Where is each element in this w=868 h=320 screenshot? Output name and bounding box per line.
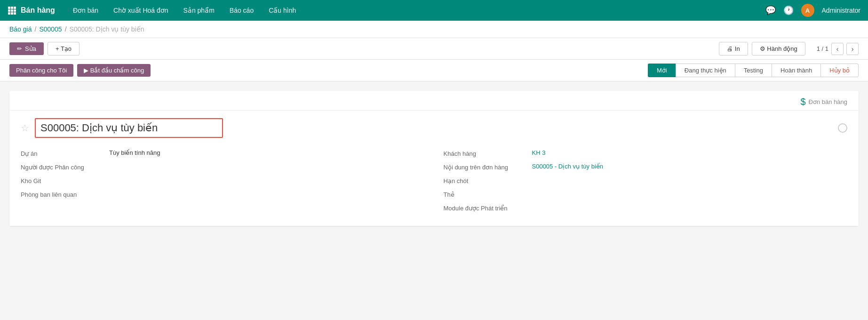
username[interactable]: Administrator bbox=[822, 7, 860, 14]
favorite-star-icon[interactable]: ☆ bbox=[21, 122, 29, 134]
pagination: 1 / 1 ‹ › bbox=[817, 43, 859, 55]
create-button[interactable]: + Tạo bbox=[48, 42, 80, 56]
field-label-department: Phòng ban liên quan bbox=[21, 190, 105, 198]
svg-rect-8 bbox=[14, 12, 16, 15]
menu-item-config[interactable]: Cấu hình bbox=[262, 4, 303, 17]
breadcrumb-part2[interactable]: S00005 bbox=[39, 25, 62, 33]
dollar-icon: $ bbox=[800, 96, 805, 107]
svg-rect-3 bbox=[8, 9, 10, 12]
breadcrumb-sep2: / bbox=[65, 25, 67, 33]
status-step-cancel[interactable]: Hủy bỏ bbox=[820, 64, 859, 77]
svg-rect-6 bbox=[8, 12, 10, 15]
start-checkin-button[interactable]: ▶ Bắt đầu chấm công bbox=[77, 64, 151, 77]
svg-rect-0 bbox=[8, 7, 10, 9]
main-content: $ Đơn bán hàng ☆ Dự án Tùy biến tính nă bbox=[0, 81, 868, 235]
print-button[interactable]: 🖨 In bbox=[719, 42, 748, 56]
field-label-order-content: Nội dung trên đơn hàng bbox=[444, 163, 528, 171]
menu-item-pending-invoice[interactable]: Chờ xuất Hoá đơn bbox=[107, 4, 175, 17]
avatar[interactable]: A bbox=[801, 4, 814, 17]
main-menu: Đơn bán Chờ xuất Hoá đơn Sản phẩm Báo cá… bbox=[66, 4, 765, 17]
field-label-git: Kho Git bbox=[21, 176, 105, 184]
field-label-customer: Khách hàng bbox=[444, 149, 528, 157]
record-card: $ Đơn bán hàng ☆ Dự án Tùy biến tính nă bbox=[9, 91, 859, 226]
edit-button[interactable]: ✏ Sửa bbox=[9, 42, 44, 55]
record-title-input[interactable] bbox=[35, 118, 223, 138]
grid-icon[interactable] bbox=[8, 6, 16, 15]
record-fields: Dự án Tùy biến tính năng Người được Phân… bbox=[21, 149, 847, 212]
card-header: $ Đơn bán hàng bbox=[9, 91, 859, 111]
field-value-project[interactable]: Tùy biến tính năng bbox=[109, 149, 425, 156]
menu-item-reports[interactable]: Báo cáo bbox=[223, 4, 260, 17]
svg-rect-2 bbox=[14, 7, 16, 9]
circle-status-icon bbox=[838, 123, 847, 133]
topnav-right: 💬 🕐 A Administrator bbox=[765, 4, 860, 17]
status-bar: Phân công cho Tôi ▶ Bắt đầu chấm công Mớ… bbox=[0, 60, 868, 81]
pagination-next[interactable]: › bbox=[846, 43, 859, 55]
field-git: Kho Git bbox=[21, 176, 425, 184]
sale-order-label-area: $ Đơn bán hàng bbox=[800, 96, 847, 107]
status-step-testing[interactable]: Testing bbox=[735, 64, 772, 77]
field-tags: Thẻ bbox=[444, 190, 848, 198]
svg-rect-1 bbox=[11, 7, 13, 9]
field-order-content: Nội dung trên đơn hàng S00005 - Dịch vụ … bbox=[444, 163, 848, 171]
left-field-section: Dự án Tùy biến tính năng Người được Phân… bbox=[21, 149, 425, 212]
app-brand[interactable]: Bán hàng bbox=[21, 6, 55, 15]
top-navigation: Bán hàng Đơn bán Chờ xuất Hoá đơn Sản ph… bbox=[0, 0, 868, 21]
action-button[interactable]: ⚙ Hành động bbox=[752, 42, 805, 56]
pencil-icon: ✏ bbox=[17, 45, 22, 52]
status-step-done[interactable]: Hoàn thành bbox=[772, 64, 820, 77]
breadcrumb-sep1: / bbox=[34, 25, 36, 33]
svg-rect-7 bbox=[11, 12, 13, 15]
clock-icon[interactable]: 🕐 bbox=[783, 5, 794, 16]
chat-icon[interactable]: 💬 bbox=[765, 5, 776, 16]
field-deadline: Hạn chót bbox=[444, 176, 848, 184]
field-label-deadline: Hạn chót bbox=[444, 176, 528, 184]
field-department: Phòng ban liên quan bbox=[21, 190, 425, 198]
breadcrumb-part1[interactable]: Báo giá bbox=[9, 25, 32, 33]
status-step-new[interactable]: Mới bbox=[648, 64, 676, 77]
svg-rect-4 bbox=[11, 9, 13, 12]
field-customer: Khách hàng KH 3 bbox=[444, 149, 848, 157]
menu-item-products[interactable]: Sản phẩm bbox=[177, 4, 221, 17]
record-status-indicator bbox=[838, 123, 847, 133]
svg-rect-5 bbox=[14, 9, 16, 12]
menu-item-orders[interactable]: Đơn bán bbox=[66, 4, 105, 17]
field-module: Module được Phát triển bbox=[444, 204, 848, 212]
field-label-tags: Thẻ bbox=[444, 190, 528, 198]
right-field-section: Khách hàng KH 3 Nội dung trên đơn hàng S… bbox=[444, 149, 848, 212]
record-header: ☆ bbox=[21, 118, 847, 138]
field-label-module: Module được Phát triển bbox=[444, 204, 528, 212]
status-steps: Mới Đang thực hiện Testing Hoàn thành Hủ… bbox=[648, 64, 859, 77]
field-label-assignee: Người được Phân công bbox=[21, 163, 105, 171]
status-step-in-progress[interactable]: Đang thực hiện bbox=[676, 64, 735, 77]
field-project: Dự án Tùy biến tính năng bbox=[21, 149, 425, 157]
breadcrumb-current: S00005: Dịch vụ tùy biến bbox=[70, 25, 144, 33]
pagination-prev[interactable]: ‹ bbox=[831, 43, 844, 55]
field-value-customer[interactable]: KH 3 bbox=[532, 149, 848, 156]
sale-order-label: Đơn bán hàng bbox=[809, 98, 847, 105]
toolbar: ✏ Sửa + Tạo 🖨 In ⚙ Hành động 1 / 1 ‹ › bbox=[0, 38, 868, 60]
pagination-text: 1 / 1 bbox=[817, 45, 828, 52]
record-body-card: ☆ Dự án Tùy biến tính năng Người được Ph… bbox=[9, 111, 859, 226]
field-label-project: Dự án bbox=[21, 149, 105, 157]
breadcrumb: Báo giá / S00005 / S00005: Dịch vụ tùy b… bbox=[0, 21, 868, 38]
field-value-order-content[interactable]: S00005 - Dịch vụ tùy biến bbox=[532, 163, 848, 170]
assign-to-me-button[interactable]: Phân công cho Tôi bbox=[9, 64, 73, 77]
field-assignee: Người được Phân công bbox=[21, 163, 425, 171]
